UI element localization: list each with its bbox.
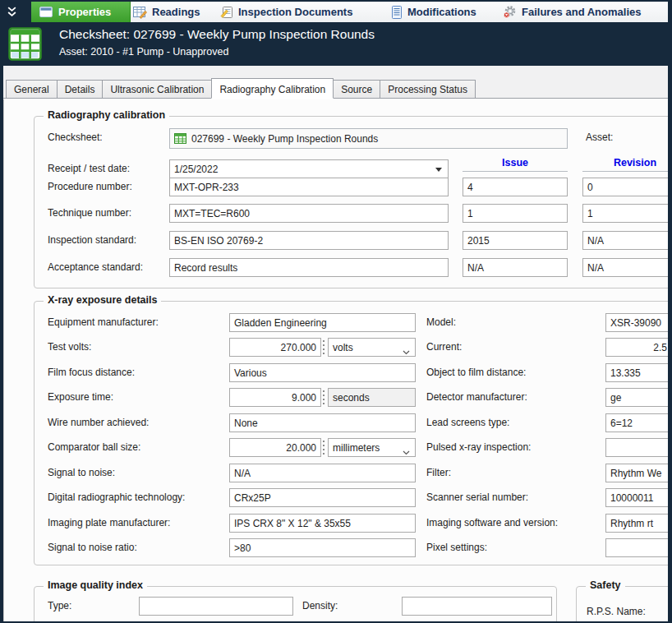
exposure-time-unit-field: seconds [328, 388, 416, 407]
collapse-button[interactable] [0, 2, 31, 22]
field-value: 270.000 [281, 342, 316, 353]
equipment-manufacturer-label: Equipment manufacturer: [48, 316, 159, 328]
field-value: CRx25P [234, 492, 271, 504]
type-label: Type: [48, 600, 71, 611]
topbar-tab-failures-anomalies[interactable]: Failures and Anomalies [503, 2, 641, 22]
object-to-film-distance-label: Object to film distance: [426, 367, 526, 378]
page-title: Checksheet: 027699 - Weekly Pump Inspect… [59, 27, 375, 42]
checksheet-field[interactable]: 027699 - Weekly Pump Inspection Rounds [169, 128, 568, 149]
signal-to-noise-label: Signal to noise: [48, 467, 115, 478]
field-value: Rhythm rt [610, 518, 653, 529]
checksheet-value: 027699 - Weekly Pump Inspection Rounds [191, 133, 378, 145]
exposure-time-spinedit[interactable]: 9.000 [229, 388, 321, 407]
topbar-tab-label: Modifications [407, 6, 476, 18]
spin-buttons[interactable] [323, 441, 324, 455]
tab-processing-status[interactable]: Processing Status [380, 80, 476, 98]
lead-screens-type-field[interactable]: 6=12 [605, 413, 672, 432]
field-value: >80 [234, 542, 251, 554]
acceptance-standard-field[interactable]: Record results [169, 258, 449, 277]
chevron-down-icon[interactable] [403, 446, 410, 457]
film-focus-distance-field[interactable]: Various [229, 363, 416, 382]
radiography-calibration-page: Radiography calibration Checksheet: 0276… [3, 99, 672, 621]
chevron-down-icon[interactable] [403, 346, 410, 357]
field-value: 1 [587, 208, 593, 219]
dropdown-arrow-icon[interactable] [435, 168, 442, 172]
procedure-number-label: Procedure number: [48, 181, 132, 192]
current-spinedit[interactable]: 2.5 [605, 338, 672, 357]
pulsed-xray-inspection-field[interactable] [605, 438, 672, 457]
page-subtitle: Asset: 2010 - #1 Pump - Unapproved [59, 46, 228, 58]
density-field[interactable] [402, 597, 552, 616]
detector-manufacturer-field[interactable]: ge [605, 388, 672, 407]
technique-revision-field[interactable]: 1 [582, 204, 672, 223]
field-value: Record results [174, 262, 237, 274]
type-field[interactable] [139, 597, 293, 616]
window-icon [39, 7, 53, 17]
test-volts-spinedit[interactable]: 270.000 [229, 338, 321, 357]
field-value: 13.335 [610, 367, 641, 379]
digital-radiographic-technology-label: Digital radiographic technology: [48, 491, 185, 503]
tab-general[interactable]: General [6, 80, 58, 98]
spin-buttons[interactable] [323, 340, 324, 354]
inspection-issue-field[interactable]: 2015 [463, 231, 568, 250]
acceptance-issue-field[interactable]: N/A [463, 258, 568, 277]
technique-number-field[interactable]: MXT=TEC=R600 [169, 204, 449, 223]
test-volts-unit-combobox[interactable]: volts [328, 338, 416, 357]
topbar-tab-label: Inspection Documents [238, 6, 352, 18]
signal-to-noise-ratio-field[interactable]: >80 [229, 538, 416, 557]
scanner-serial-number-field[interactable]: 10000011 [605, 488, 672, 507]
group-title: Radiography calibration [44, 109, 169, 121]
filter-field[interactable]: Rhythm We [605, 464, 672, 482]
procedure-issue-field[interactable]: 4 [463, 178, 568, 196]
topbar-tab-properties[interactable]: Properties [31, 2, 131, 22]
topbar-tab-readings[interactable]: Readings [133, 2, 200, 22]
double-chevron-down-icon [7, 7, 16, 17]
test-volts-label: Test volts: [48, 341, 91, 353]
topbar-tab-inspection-documents[interactable]: Inspection Documents [220, 2, 352, 22]
field-value: N/A [587, 235, 604, 247]
procedure-revision-field[interactable]: 0 [582, 178, 672, 196]
group-title: Safety [586, 579, 625, 591]
technique-issue-field[interactable]: 1 [463, 204, 568, 223]
image-quality-index-group: Image quality index Type: Density: [34, 586, 557, 623]
procedure-number-field[interactable]: MXT-OPR-233 [169, 178, 449, 196]
receipt-date-combobox[interactable]: 1/25/2022 [169, 159, 449, 178]
inspection-revision-field[interactable]: N/A [582, 231, 672, 250]
field-value: 2.5 [653, 342, 667, 353]
pixel-settings-field[interactable] [605, 538, 672, 557]
acceptance-revision-field[interactable]: N/A [582, 258, 672, 277]
comparator-ball-size-spinedit[interactable]: 20.000 [229, 438, 321, 457]
checksheet-grid-icon [8, 27, 42, 63]
document-pen-icon [220, 6, 233, 19]
tab-ultrasonic-calibration[interactable]: Ultrasonic Calibration [102, 80, 212, 98]
unit-value: volts [333, 342, 353, 353]
signal-to-noise-field[interactable]: N/A [229, 464, 416, 482]
digital-radiographic-technology-field[interactable]: CRx25P [229, 488, 416, 507]
tab-source[interactable]: Source [333, 80, 380, 98]
imaging-software-version-label: Imaging software and version: [426, 517, 558, 528]
imaging-plate-manufacturer-field[interactable]: IPS CRX 8" X 12" & 35x55 [229, 514, 416, 533]
field-value: BS-EN ISO 20769-2 [174, 235, 263, 247]
imaging-software-version-field[interactable]: Rhythm rt [605, 514, 672, 533]
model-field[interactable]: XSR-39090 [605, 313, 672, 332]
equipment-manufacturer-field[interactable]: Gladden Engineering [229, 313, 416, 332]
issue-column-header: Issue [463, 157, 568, 168]
xray-exposure-details-group: X-ray exposure details Equipment manufac… [34, 301, 672, 565]
topbar-tab-modifications[interactable]: Modifications [391, 2, 476, 22]
tab-details[interactable]: Details [57, 80, 104, 98]
field-value: 10000011 [610, 492, 654, 504]
safety-group: Safety R.P.S. Name: [576, 586, 672, 623]
tab-radiography-calibration[interactable]: Radiography Calibration [211, 78, 334, 99]
field-value: IPS CRX 8" X 12" & 35x55 [234, 518, 351, 529]
field-value: N/A [587, 262, 604, 274]
comparator-unit-combobox[interactable]: millimeters [328, 438, 416, 457]
object-to-film-distance-field[interactable]: 13.335 [605, 363, 672, 382]
spin-buttons[interactable] [323, 390, 324, 404]
wire-number-achieved-field[interactable]: None [229, 413, 416, 432]
current-label: Current: [426, 341, 462, 353]
detector-manufacturer-label: Detector manufacturer: [426, 391, 527, 403]
inspection-standard-field[interactable]: BS-EN ISO 20769-2 [169, 231, 449, 250]
revision-column-header: Revision [582, 157, 672, 168]
window-border-right [668, 0, 672, 623]
signal-to-noise-ratio-label: Signal to noise ratio: [48, 542, 137, 553]
